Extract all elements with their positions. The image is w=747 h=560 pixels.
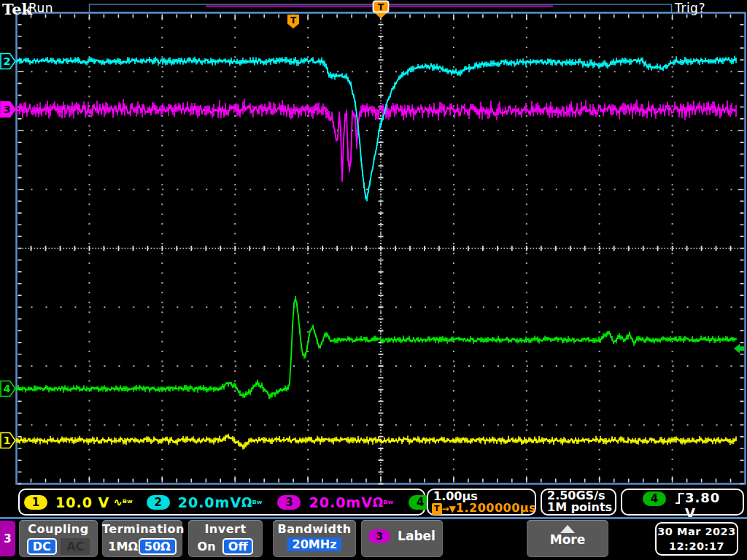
channel-readout-bar[interactable]: 1 10.0 V ∿ᴮʷ 2 20.0mV Ωᴮʷ 3 20.0mV Ωᴮʷ 4… — [18, 489, 425, 516]
ch3-trace-noise — [17, 99, 736, 182]
coupling-dc-option[interactable]: DC — [27, 538, 57, 555]
label-button[interactable]: 3 Label — [361, 520, 443, 557]
invert-on-option[interactable]: On — [198, 540, 216, 553]
ch3-termination-icon: Ωᴮʷ — [373, 495, 393, 510]
channel3-menu-tab[interactable]: 3 — [0, 521, 15, 556]
trigger-time-flag-label: T — [290, 15, 297, 26]
trigger-level: 3.80 V — [685, 490, 736, 521]
time: 12:20:17 — [669, 539, 724, 553]
rising-edge-icon — [675, 491, 685, 505]
trigger-readout[interactable]: 4 3.80 V — [621, 489, 744, 516]
more-button[interactable]: More — [527, 520, 608, 557]
termination-button[interactable]: Termination 1MΩ 50Ω — [102, 520, 182, 557]
ch1-scale: 10.0 V — [55, 494, 109, 510]
ch2-termination-icon: Ωᴮʷ — [241, 495, 262, 510]
trigger-level-arrow[interactable] — [734, 344, 744, 354]
coupling-button[interactable]: Coupling DC AC — [19, 520, 98, 557]
trigger-source-badge: 4 — [643, 491, 666, 506]
coupling-ac-option[interactable]: AC — [61, 538, 90, 555]
trigger-status: Trig? — [675, 1, 705, 15]
trigger-t-icon: T — [432, 503, 442, 515]
trigger-position-box-label: T — [378, 1, 384, 12]
ch4-trace — [17, 298, 736, 397]
delay-arrow-icon: →▼ — [442, 504, 456, 514]
ch3-badge[interactable]: 3 — [277, 495, 301, 510]
ch2-badge[interactable]: 2 — [147, 495, 170, 510]
ch2-trace-noise — [17, 56, 736, 202]
ch2-trace — [17, 58, 736, 198]
invert-button[interactable]: Invert On Off — [188, 520, 263, 557]
date: 30 Mar 2023 — [657, 524, 736, 539]
menu-separator — [0, 517, 747, 519]
trigger-position-arrow[interactable] — [375, 13, 387, 19]
scope-display: 1234TT — [0, 0, 747, 560]
ch1-coupling-icon: ∿ᴮʷ — [113, 496, 133, 509]
termination-1mohm-option[interactable]: 1MΩ — [108, 540, 138, 553]
channel-4-marker-label: 4 — [3, 383, 10, 394]
channel-1-marker-label: 1 — [3, 435, 10, 446]
label-ch3-badge: 3 — [368, 529, 390, 543]
record-length: 1M points — [542, 502, 615, 513]
ch3-trace — [17, 106, 736, 180]
datetime-display: 30 Mar 2023 12:20:17 — [655, 522, 738, 556]
invert-off-option[interactable]: Off — [222, 538, 254, 555]
ch4-trace-noise — [17, 296, 736, 399]
acquisition-status: Run — [28, 1, 53, 15]
bandwidth-button[interactable]: Bandwidth 20MHz — [273, 520, 356, 557]
acquisition-readout: 2.50GS/s 1M points — [541, 489, 616, 516]
ch3-scale: 20.0mV — [309, 494, 372, 510]
ch1-badge[interactable]: 1 — [24, 495, 47, 510]
bandwidth-value[interactable]: 20MHz — [287, 537, 342, 551]
channel-3-marker-label: 3 — [3, 104, 10, 115]
grid-ticks — [18, 15, 744, 485]
tek-logo: Tek — [2, 0, 32, 18]
trigger-delay-readout: T→▼1.200000µs — [428, 502, 535, 515]
ch2-scale: 20.0mV — [178, 494, 241, 510]
timebase-readout[interactable]: 1.00µs T→▼1.200000µs — [427, 489, 536, 516]
termination-50ohm-option[interactable]: 50Ω — [139, 538, 177, 555]
channel-2-marker-label: 2 — [3, 55, 10, 67]
